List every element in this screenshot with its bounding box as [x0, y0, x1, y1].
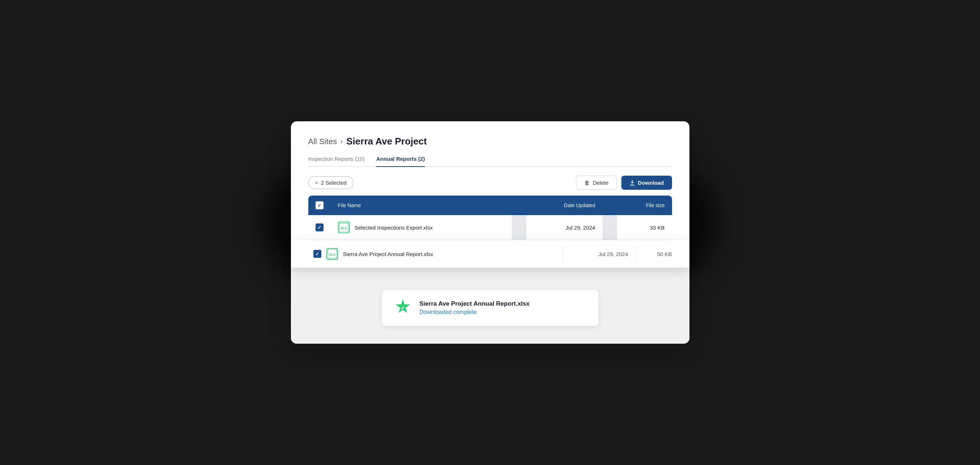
delete-label: Delete — [593, 179, 608, 186]
select-all-checkbox[interactable]: ✓ — [315, 202, 323, 209]
main-card: All Sites › Sierra Ave Project Inspectio… — [291, 121, 689, 344]
row1-divider-1 — [512, 215, 527, 240]
header-divider-2 — [603, 195, 617, 215]
selected-badge[interactable]: × 2 Selected — [308, 176, 353, 189]
checkmark-icon-2: ✓ — [315, 251, 319, 257]
tab-inspection-reports[interactable]: Inspection Reports (10) — [308, 156, 365, 166]
screen-container: All Sites › Sierra Ave Project Inspectio… — [291, 121, 689, 344]
notification-filename: Sierra Ave Project Annual Report.xlsx — [420, 300, 530, 308]
row2-container: ✓ XLS Sierra Ave Project Annual Report.x… — [291, 240, 689, 268]
header-file-name: File Name — [331, 195, 512, 215]
checkmark-icon: ✓ — [317, 225, 321, 230]
breadcrumb-chevron-icon: › — [340, 138, 343, 145]
notification-text: Sierra Ave Project Annual Report.xlsx Do… — [420, 300, 530, 316]
breadcrumb-current-project: Sierra Ave Project — [346, 136, 427, 147]
breadcrumb: All Sites › Sierra Ave Project — [308, 136, 672, 147]
row2-date: Jul 29, 2024 — [570, 251, 628, 257]
toolbar-actions: 🗑 Delete Download — [576, 176, 672, 190]
row1-checkbox-cell[interactable]: ✓ — [308, 215, 331, 240]
tab-annual-reports[interactable]: Annual Reports (2) — [376, 156, 425, 166]
gray-area: ✓ Sierra Ave Project Annual Report.xlsx … — [291, 268, 689, 344]
row2-checkbox-cell[interactable]: ✓ — [308, 250, 326, 258]
success-badge-icon: ✓ — [393, 298, 412, 317]
row1-file-name-wrapper: XLS Selected Inspections Export.xlsx — [338, 222, 505, 233]
svg-text:✓: ✓ — [400, 305, 405, 311]
row2-file-name-wrapper: XLS Sierra Ave Project Annual Report.xls… — [326, 248, 555, 260]
card-inner: All Sites › Sierra Ave Project Inspectio… — [291, 121, 689, 240]
download-button[interactable]: Download — [621, 176, 672, 190]
toolbar: × 2 Selected 🗑 Delete Download — [308, 176, 672, 190]
table-header-row: ✓ File Name Date Updated File size — [308, 195, 672, 215]
excel-icon-1: XLS — [338, 222, 350, 233]
row1-size: 33 KB — [617, 215, 672, 240]
table-row[interactable]: ✓ XLS Sierra Ave Project Annual Report.x… — [291, 240, 689, 268]
checkmark-header-icon: ✓ — [317, 203, 321, 208]
breadcrumb-all-sites[interactable]: All Sites — [308, 137, 337, 146]
row1-checkbox[interactable]: ✓ — [315, 224, 323, 232]
download-icon — [629, 180, 635, 186]
file-table: ✓ File Name Date Updated File size — [308, 195, 672, 240]
tabs-container: Inspection Reports (10) Annual Reports (… — [308, 156, 672, 167]
row2-checkbox[interactable]: ✓ — [313, 250, 321, 258]
delete-button[interactable]: 🗑 Delete — [576, 176, 617, 190]
selected-count-label: 2 Selected — [321, 179, 347, 186]
excel-icon-2: XLS — [326, 248, 338, 260]
row1-date: Jul 29, 2024 — [527, 215, 603, 240]
row2-filename: Sierra Ave Project Annual Report.xlsx — [343, 251, 433, 257]
svg-text:XLS: XLS — [340, 226, 347, 230]
row2-divider-2 — [635, 247, 636, 261]
header-checkbox-cell[interactable]: ✓ — [308, 195, 331, 215]
download-label: Download — [638, 179, 664, 186]
row1-divider-2 — [603, 215, 617, 240]
trash-icon: 🗑 — [584, 179, 590, 186]
row2-divider-1 — [563, 247, 563, 261]
row1-filename: Selected Inspections Export.xlsx — [355, 225, 433, 231]
header-divider-1 — [512, 195, 527, 215]
svg-text:XLS: XLS — [329, 253, 336, 256]
header-file-size: File size — [617, 195, 672, 215]
close-icon: × — [315, 180, 318, 186]
row2-size: 50 KB — [643, 251, 672, 257]
row1-file-name-cell: XLS Selected Inspections Export.xlsx — [331, 215, 512, 240]
notification-status: Downloaded complete — [420, 309, 530, 316]
download-notification: ✓ Sierra Ave Project Annual Report.xlsx … — [382, 289, 599, 326]
header-date-updated: Date Updated — [527, 195, 603, 215]
table-row[interactable]: ✓ XLS Selected — [308, 215, 672, 240]
